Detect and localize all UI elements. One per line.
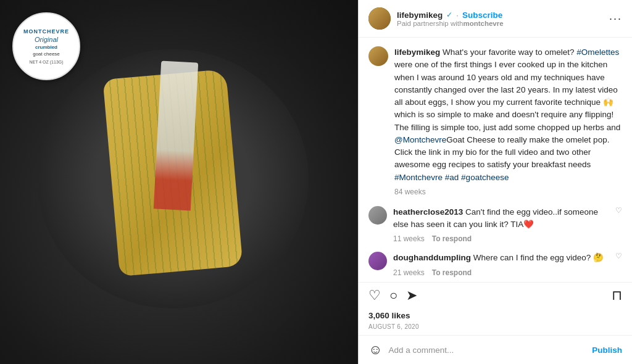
- reply-1-text: heatherclose2013 Can't find the egg vide…: [393, 207, 598, 229]
- likes-section: 3,060 likes: [359, 307, 632, 322]
- reply-1-heart-icon[interactable]: ♡: [615, 206, 622, 244]
- poster-username: lifebymikeg: [397, 10, 443, 20]
- cheese-product: MONTCHEVRE Original crumbled goat cheese…: [12, 12, 80, 80]
- main-comment-meta: 84 weeks: [394, 188, 622, 196]
- verified-icon: ✓: [446, 10, 452, 19]
- reply-2-avatar: [368, 252, 387, 270]
- cheese-original: Original: [35, 36, 58, 43]
- right-panel: lifebymikeg ✓ · Subscribe Paid partnersh…: [358, 0, 632, 364]
- post-header: lifebymikeg ✓ · Subscribe Paid partnersh…: [359, 0, 632, 38]
- poster-avatar: [368, 7, 391, 30]
- actions-bar: ♡ ○ ➤ ⊓: [359, 283, 632, 307]
- reply-1-avatar: [368, 206, 387, 225]
- cheese-brand: MONTCHEVRE: [23, 28, 69, 35]
- share-icon[interactable]: ➤: [406, 287, 417, 304]
- emoji-icon[interactable]: ☺: [368, 342, 382, 358]
- reply-comment-1: heatherclose2013 Can't find the egg vide…: [368, 206, 622, 244]
- reply-2-meta: 21 weeks To respond: [393, 268, 609, 277]
- reply-2-heart-icon[interactable]: ♡: [615, 252, 622, 276]
- publish-button[interactable]: Publish: [592, 345, 622, 355]
- dot-separator: ·: [456, 10, 459, 20]
- cheese-desc: crumbled goat cheese: [33, 44, 60, 57]
- add-comment-bar: ☺ Publish: [359, 335, 632, 364]
- reply-comment-2: doughanddumpling Where can I find the eg…: [368, 252, 622, 276]
- main-comment-body: lifebymikeg What's your favorite way to …: [394, 46, 622, 196]
- main-comment-text: lifebymikeg What's your favorite way to …: [394, 48, 620, 182]
- bookmark-icon[interactable]: ⊓: [612, 287, 622, 304]
- paid-partnership: Paid partnership withmontchevre: [397, 20, 609, 27]
- comments-section: lifebymikeg What's your favorite way to …: [359, 38, 632, 282]
- post-image: MONTCHEVRE Original crumbled goat cheese…: [0, 0, 358, 364]
- reply-1-body: heatherclose2013 Can't find the egg vide…: [393, 206, 609, 244]
- main-comment-avatar: [368, 46, 388, 66]
- cheese-weight: NET 4 OZ (113G): [29, 60, 63, 64]
- reply-2-text: doughanddumpling Where can I find the eg…: [393, 253, 604, 262]
- reply-1-meta: 11 weeks To respond: [393, 234, 609, 243]
- comment-icon[interactable]: ○: [389, 287, 397, 304]
- main-caption: lifebymikeg What's your favorite way to …: [368, 46, 622, 196]
- like-icon[interactable]: ♡: [368, 287, 381, 304]
- more-options-button[interactable]: ···: [609, 12, 622, 25]
- main-comment-username: lifebymikeg: [394, 48, 440, 57]
- reply-2-respond[interactable]: To respond: [432, 268, 472, 277]
- main-comment-time: 84 weeks: [394, 188, 426, 196]
- reply-1-respond[interactable]: To respond: [432, 234, 472, 243]
- comment-input[interactable]: [388, 345, 586, 355]
- likes-count: 3,060 likes: [368, 311, 410, 320]
- subscribe-button[interactable]: Subscribe: [462, 10, 502, 20]
- reply-2-body: doughanddumpling Where can I find the eg…: [393, 252, 609, 276]
- post-date: August 6, 2020: [359, 322, 632, 335]
